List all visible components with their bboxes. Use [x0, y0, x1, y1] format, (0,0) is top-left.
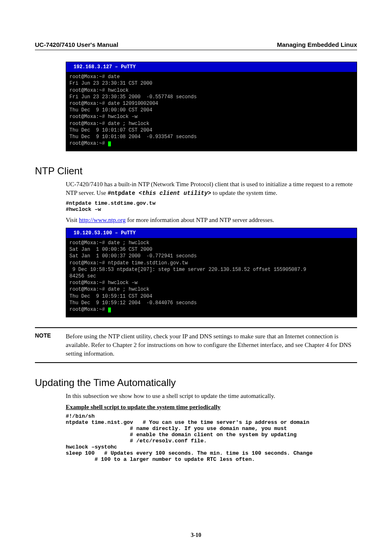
- term1-line: root@Moxa:~# hwclock –w: [69, 114, 138, 120]
- header-left: UC-7420/7410 User's Manual: [35, 41, 118, 48]
- page: UC-7420/7410 User's Manual Managing Embe…: [0, 0, 392, 555]
- page-header: UC-7420/7410 User's Manual Managing Embe…: [35, 41, 357, 50]
- ntp-paragraph-2: Visit http://www.ntp.org for more inform…: [66, 216, 357, 224]
- note-rule-bottom: [35, 362, 357, 363]
- ntp-content: UC-7420/7410 has a built-in NTP (Network…: [66, 180, 357, 317]
- term1-line: root@Moxa:~# date 120910002004: [69, 101, 158, 106]
- terminal-title: 10.120.53.100 – PuTTY: [66, 228, 357, 238]
- term2-line: Sat Jan 1 00:00:37 2000 -0.772941 second…: [69, 253, 197, 259]
- note-block: NOTE Before using the NTP client utility…: [35, 327, 357, 363]
- term2-line: 84256 sec: [69, 273, 96, 279]
- terminal-title: 192.168.3.127 – PuTTY: [66, 62, 357, 72]
- term1-line: Fri Jun 23 23:30:35 2000 -0.557748 secon…: [69, 94, 197, 100]
- upd-content: In this subsection we show how to use a …: [66, 392, 357, 462]
- note-label: NOTE: [35, 332, 66, 339]
- terminal-body: root@Moxa:~# date Fri Jun 23 23:30:31 CS…: [66, 72, 357, 151]
- note-body: Before using the NTP client utility, che…: [66, 332, 357, 358]
- ntp-code-block: #ntpdate time.stdtime.gov.tw #hwclock –w: [66, 200, 357, 213]
- cursor-icon: [108, 308, 111, 312]
- term2-line: root@Moxa:~# date ; hwclock: [69, 287, 149, 292]
- term2-line: root@Moxa:~# hwclock –w: [69, 280, 138, 286]
- upd-code-block: #!/bin/sh ntpdate time.nist.gov # You ca…: [66, 413, 357, 462]
- ntp-link[interactable]: http://www.ntp.org: [79, 217, 126, 223]
- heading-ntp-client: NTP Client: [35, 165, 357, 177]
- term2-line: root@Moxa:~#: [69, 307, 108, 312]
- term1-line: root@Moxa:~# date ; hwclock: [69, 121, 149, 127]
- term2-line: root@Moxa:~# ntpdate time.stdtion.gov.tw: [69, 260, 188, 266]
- ntp-p1-b: to update the system time.: [211, 190, 277, 196]
- terminal-block-1: 192.168.3.127 – PuTTY root@Moxa:~# date …: [66, 62, 357, 151]
- upd-paragraph-1: In this subsection we show how to use a …: [66, 392, 357, 400]
- term2-line: Sat Jan 1 00:00:36 CST 2000: [69, 247, 152, 252]
- header-right: Managing Embedded Linux: [277, 41, 357, 48]
- page-number: 3-10: [0, 532, 392, 539]
- terminal-window: 192.168.3.127 – PuTTY root@Moxa:~# date …: [66, 62, 357, 151]
- term2-line: root@Moxa:~# date ; hwclock: [69, 240, 149, 246]
- term1-line: root@Moxa:~# hwclock: [69, 88, 129, 93]
- term2-line: 9 Dec 10:58:53 ntpdate[207]: step time s…: [69, 267, 306, 273]
- cursor-icon: [108, 141, 111, 146]
- ntp-paragraph-1: UC-7420/7410 has a built-in NTP (Network…: [66, 180, 357, 198]
- ntp-p2-a: Visit: [66, 217, 79, 223]
- terminal-window: 10.120.53.100 – PuTTY root@Moxa:~# date …: [66, 228, 357, 317]
- term1-line: Thu Dec 9 10:01:08 2004 -0.933547 second…: [69, 134, 197, 140]
- terminal-body: root@Moxa:~# date ; hwclock Sat Jan 1 00…: [66, 238, 357, 317]
- term1-line: root@Moxa:~# date: [69, 74, 120, 80]
- ntp-cmd-arg: <this client utility>: [139, 190, 211, 197]
- heading-updating-time: Updating the Time Automatically: [35, 377, 357, 388]
- upd-subheading: Example shell script to update the syste…: [66, 404, 357, 411]
- ntp-inline-cmd: #ntpdate <this client utility>: [108, 190, 211, 197]
- term1-line: Thu Dec 9 10:00:00 CST 2004: [69, 107, 152, 113]
- term1-line: root@Moxa:~#: [69, 141, 108, 146]
- term2-line: Thu Dec 9 10:59:12 2004 -0.844076 second…: [69, 300, 197, 306]
- term2-line: Thu Dec 9 10:59:11 CST 2004: [69, 294, 152, 299]
- term1-line: Fri Jun 23 23:30:31 CST 2000: [69, 81, 152, 86]
- ntp-p2-b: for more information about NTP and NTP s…: [126, 217, 274, 223]
- term1-line: Thu Dec 9 10:01:07 CST 2004: [69, 127, 152, 133]
- ntp-cmd-prefix: #ntpdate: [108, 190, 139, 197]
